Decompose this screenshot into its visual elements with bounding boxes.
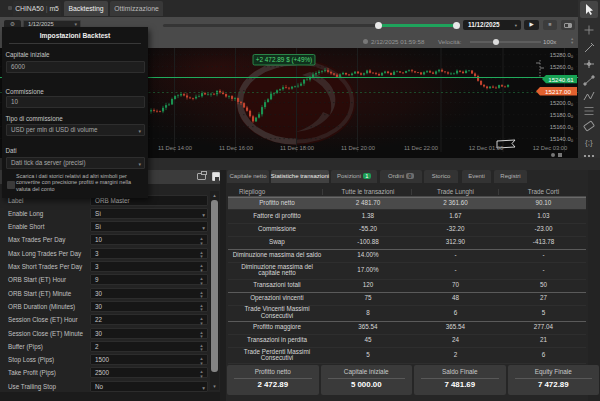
svg-text:11 Dec 18:00: 11 Dec 18:00 — [280, 145, 314, 151]
svg-text:15180.00: 15180.00 — [550, 112, 574, 119]
svg-text:12 Dec 03:00: 12 Dec 03:00 — [533, 145, 567, 151]
svg-text:12 Dec 01:00: 12 Dec 01:00 — [469, 145, 503, 151]
svg-text:15140.00: 15140.00 — [550, 136, 574, 143]
svg-text:11 Dec 22:00: 11 Dec 22:00 — [404, 145, 438, 151]
svg-text:{;}: {;} — [585, 138, 593, 147]
svg-text:15217.00: 15217.00 — [545, 88, 571, 95]
svg-text:15200.00: 15200.00 — [550, 100, 574, 107]
svg-text:+2 472.89 $ (+49%): +2 472.89 $ (+49%) — [256, 56, 313, 64]
svg-text:11 Dec 16:00: 11 Dec 16:00 — [219, 145, 253, 151]
svg-text:15260.00: 15260.00 — [550, 64, 574, 71]
svg-text:15240.61: 15240.61 — [548, 76, 574, 83]
svg-text:15160.00: 15160.00 — [550, 124, 574, 131]
svg-text:15280.00: 15280.00 — [550, 52, 574, 59]
svg-text:11 Dec 20:00: 11 Dec 20:00 — [341, 145, 375, 151]
svg-text:11 Dec 14:00: 11 Dec 14:00 — [158, 145, 192, 151]
